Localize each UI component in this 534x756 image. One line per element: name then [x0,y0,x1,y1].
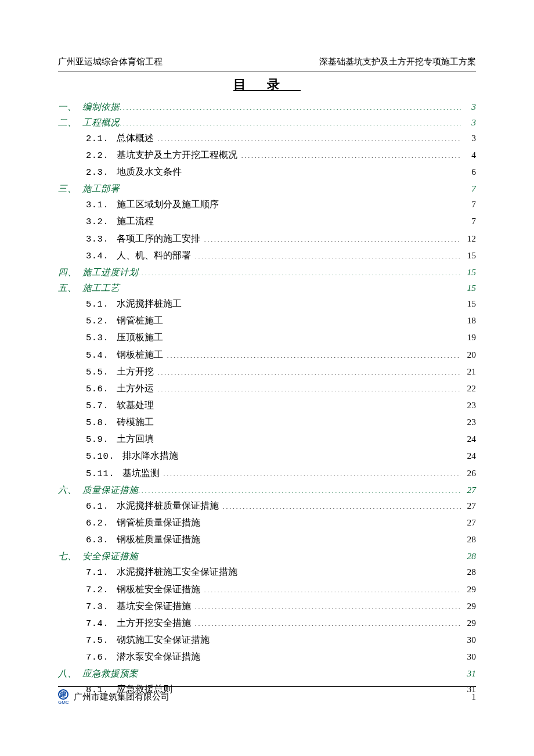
toc-page-number: 28 [461,565,476,578]
toc-page-number: 24 [461,449,476,462]
toc-number: 6.2. [86,517,109,530]
toc-subsection-row: 5.2.钢管桩施工18 [58,314,476,328]
toc-subsection-row: 5.7.软基处理23 [58,398,476,413]
toc-page-number: 26 [461,466,476,480]
toc-page-number: 6 [461,165,476,178]
toc-number: 5.11. [86,467,114,481]
toc-number: 四、 [58,265,82,279]
document-page: 广州亚运城综合体育馆工程 深基础基坑支护及土方开挖专项施工方案 目录 一、编制依… [0,0,534,756]
table-of-contents: 一、编制依据3二、工程概况32.1.总体概述32.2.基坑支护及土方开挖工程概况… [58,100,476,697]
toc-label: 土方外运 [117,381,154,395]
toc-page-number: 18 [461,314,476,327]
toc-page-number: 15 [461,265,476,279]
toc-label: 压顶板施工 [117,330,163,344]
toc-leader-dots [138,266,461,275]
toc-leader-dots [204,534,461,543]
toc-section-row: 一、编制依据3 [58,100,476,113]
toc-subsection-row: 3.2.施工流程7 [58,214,476,229]
toc-subsection-row: 3.3.各项工序的施工安排12 [58,232,476,246]
toc-page-number: 3 [461,100,476,113]
toc-leader-dots [182,450,461,459]
toc-subsection-row: 5.8.砖模施工23 [58,415,476,430]
toc-number: 八、 [58,667,82,680]
toc-leader-dots [157,433,461,442]
toc-leader-dots [213,634,461,643]
toc-label: 编制依据 [82,100,120,113]
toc-page-number: 29 [461,616,476,629]
toc-label: 水泥搅拌桩施工安全保证措施 [117,565,237,578]
header-right: 深基础基坑支护及土方开挖专项施工方案 [319,55,476,69]
toc-number: 6.3. [86,534,109,547]
footer-company: 广州市建筑集团有限公司 [74,690,169,704]
toc-label: 质量保证措施 [82,483,138,496]
toc-subsection-row: 7.4.土方开挖安全措施29 [58,616,476,631]
toc-subsection-row: 3.4.人、机、料的部署15 [58,249,476,263]
toc-number: 一、 [58,100,82,113]
toc-label: 施工进度计划 [82,265,138,279]
toc-label: 钢板桩质量保证措施 [117,532,200,546]
toc-page-number: 7 [461,197,476,211]
toc-page-number: 3 [461,116,476,129]
toc-label: 施工部署 [82,182,120,195]
footer-left: 建 GMC 广州市建筑集团有限公司 [58,689,169,705]
toc-leader-dots [120,183,461,192]
toc-leader-dots [120,100,461,110]
toc-label: 安全保证措施 [82,549,138,563]
toc-subsection-row: 5.11.基坑监测26 [58,466,476,481]
page-footer: 建 GMC 广州市建筑集团有限公司 1 [58,686,476,705]
toc-leader-dots [120,116,461,125]
toc-page-number: 15 [461,281,476,294]
toc-number: 5.9. [86,433,109,447]
toc-page-number: 23 [461,415,476,429]
toc-leader-dots [157,382,461,391]
toc-label: 施工工艺 [82,281,120,294]
toc-leader-dots [222,499,461,509]
toc-subsection-row: 2.3.地质及水文条件6 [58,165,476,179]
toc-leader-dots [157,399,461,409]
toc-label: 水泥搅拌桩施工 [117,297,182,310]
toc-leader-dots [194,600,461,609]
toc-number: 5.10. [86,450,114,463]
toc-leader-dots [138,668,461,677]
toc-label: 水泥搅拌桩质量保证措施 [117,499,219,512]
toc-number: 5.1. [86,298,109,311]
toc-number: 7.2. [86,584,109,597]
toc-label: 软基处理 [117,398,154,412]
toc-leader-dots [157,365,461,375]
toc-page-number: 30 [461,650,476,663]
toc-title: 目录 [58,75,476,94]
toc-subsection-row: 7.1.水泥搅拌桩施工安全保证措施28 [58,565,476,579]
toc-number: 3.3. [86,233,109,246]
toc-number: 7.3. [86,600,109,614]
toc-page-number: 7 [461,214,476,228]
toc-subsection-row: 2.1.总体概述3 [58,131,476,146]
toc-label: 应急救援预案 [82,667,138,680]
toc-leader-dots [194,249,461,258]
toc-label: 基坑监测 [122,466,160,480]
toc-number: 七、 [58,549,82,563]
toc-subsection-row: 5.3.压顶板施工19 [58,330,476,345]
toc-leader-dots [185,298,461,307]
toc-number: 5.8. [86,416,109,430]
toc-leader-dots [204,651,461,660]
toc-leader-dots [194,617,461,626]
toc-number: 六、 [58,483,82,496]
toc-page-number: 28 [461,532,476,546]
toc-leader-dots [157,215,461,225]
toc-number: 7.5. [86,634,109,647]
toc-page-number: 27 [461,483,476,496]
toc-leader-dots [204,517,461,526]
toc-section-row: 七、安全保证措施28 [58,549,476,563]
toc-number: 3.1. [86,199,109,212]
toc-number: 7.4. [86,617,109,631]
toc-page-number: 19 [461,330,476,344]
toc-label: 钢管桩质量保证措施 [117,516,200,529]
toc-number: 2.1. [86,132,109,146]
toc-page-number: 28 [461,549,476,563]
toc-label: 土方开挖安全措施 [117,616,191,629]
toc-page-number: 30 [461,633,476,646]
toc-label: 人、机、料的部署 [117,249,191,262]
toc-label: 砖模施工 [117,415,154,429]
header-left: 广州亚运城综合体育馆工程 [58,55,163,69]
toc-number: 2.2. [86,149,109,163]
